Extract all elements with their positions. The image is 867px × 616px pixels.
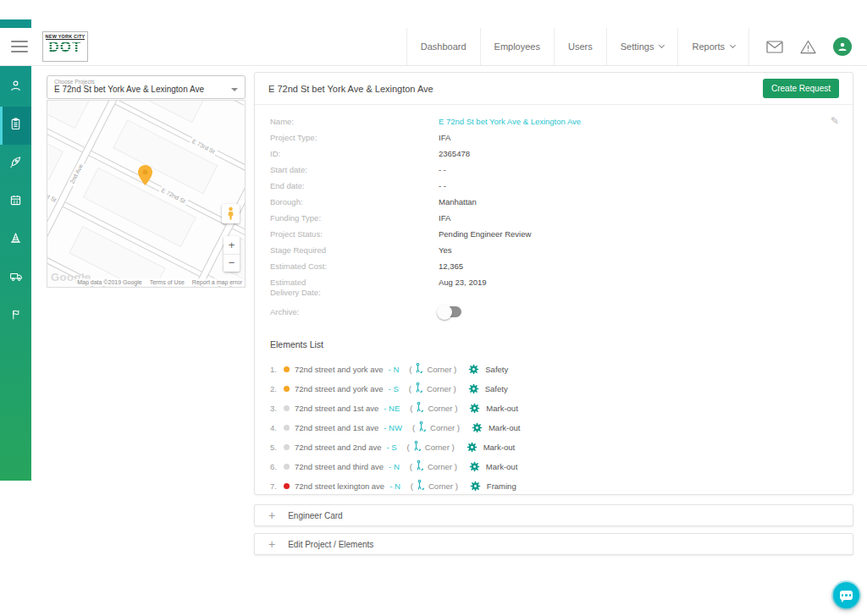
status-dot: [284, 464, 290, 470]
project-detail-card: E 72nd St bet York Ave & Lexington Ave C…: [254, 72, 853, 495]
main-nav: Dashboard Employees Users Settings Repor…: [406, 28, 749, 65]
field-borough: Borough: Manhattan: [270, 197, 837, 207]
element-row-7[interactable]: 7. 72nd street lexington ave - N ( Corne…: [270, 481, 837, 492]
field-project-status: Project Status: Pending Engineer Review: [270, 229, 837, 239]
top-header: NEW YORK CITY DOT Dashboard Employees Us…: [0, 28, 867, 66]
zoom-out-button[interactable]: −: [224, 255, 240, 272]
element-row-3[interactable]: 3. 72nd street and 1st ave - NE ( Corner…: [270, 403, 837, 414]
map-data-text: Map data ©2019 Google: [77, 279, 141, 285]
avatar-icon[interactable]: [833, 37, 852, 56]
left-sidebar: [0, 19, 31, 481]
accordion-engineer-card[interactable]: + Engineer Card: [254, 504, 853, 526]
clipboard-icon: [8, 117, 23, 135]
pedestrian-corner-icon: [416, 460, 424, 473]
gear-icon: [467, 442, 478, 453]
gear-icon: [470, 481, 481, 492]
edit-pencil-icon[interactable]: ✎: [831, 115, 839, 127]
chat-bubble-icon: [840, 591, 853, 600]
nav-users[interactable]: Users: [554, 28, 606, 65]
project-select-label: Choose Projects: [54, 79, 238, 85]
sidebar-item-traffic-cone[interactable]: [0, 221, 31, 259]
alert-icon[interactable]: [800, 40, 816, 54]
chevron-down-icon: [659, 42, 665, 48]
calendar-icon: [8, 193, 23, 211]
map-attribution: Map data ©2019 Google Terms of Use Repor…: [75, 278, 244, 286]
sidebar-item-calendar[interactable]: [0, 183, 31, 221]
sidebar-item-rocket[interactable]: [0, 145, 31, 183]
map-zoom-control: + −: [224, 236, 240, 272]
sidebar-item-truck[interactable]: [0, 259, 31, 297]
map-canvas[interactable]: E 74th St E 73rd St E 72nd St E 71st St …: [47, 100, 246, 288]
truck-icon: [8, 269, 24, 287]
pedestrian-corner-icon: [418, 421, 427, 434]
flag-icon: [9, 308, 23, 325]
element-row-1[interactable]: 1. 72nd street and york ave - N ( Corner…: [270, 364, 837, 375]
field-estimated-cost: Estimated Cost: 12,365: [270, 261, 837, 272]
mail-icon[interactable]: [766, 41, 783, 53]
pegman-control[interactable]: [222, 204, 240, 223]
elements-list: 1. 72nd street and york ave - N ( Corner…: [270, 364, 837, 492]
project-name-link[interactable]: E 72nd St bet York Ave & Lexington Ave: [439, 117, 581, 127]
terms-of-use-link[interactable]: Terms of Use: [150, 279, 185, 285]
logo-text-dot: DOT: [49, 40, 82, 54]
status-dot: [284, 386, 290, 392]
field-id: ID: 2365478: [270, 149, 837, 159]
field-stage-required: Stage Required Yes: [270, 245, 837, 256]
field-funding-type: Funding Type: IFA: [270, 213, 837, 223]
pedestrian-corner-icon: [416, 402, 424, 415]
status-dot: [284, 483, 290, 489]
accordion-edit-project-elements[interactable]: + Edit Project / Elements: [254, 533, 853, 555]
nav-employees[interactable]: Employees: [480, 28, 554, 65]
nav-settings[interactable]: Settings: [606, 28, 678, 65]
gear-icon: [472, 422, 483, 433]
pedestrian-corner-icon: [415, 382, 423, 395]
field-start-date: Start date: - -: [270, 165, 837, 175]
gear-icon: [468, 364, 479, 375]
zoom-in-button[interactable]: +: [224, 236, 240, 255]
field-archive: Archive:: [270, 306, 837, 317]
create-request-button[interactable]: Create Request: [763, 79, 839, 98]
project-title: E 72nd St bet York Ave & Lexington Ave: [268, 84, 763, 94]
nav-dashboard[interactable]: Dashboard: [406, 28, 480, 65]
gear-icon: [469, 461, 480, 472]
page: NEW YORK CITY DOT Dashboard Employees Us…: [0, 0, 867, 616]
chat-bubble-button[interactable]: [833, 582, 859, 608]
gear-icon: [469, 403, 480, 414]
pedestrian-corner-icon: [415, 363, 423, 376]
sidebar-item-person-pin[interactable]: [0, 69, 31, 107]
status-dot: [284, 405, 290, 411]
archive-toggle[interactable]: [439, 306, 461, 317]
pedestrian-corner-icon: [413, 441, 422, 454]
element-row-4[interactable]: 4. 72nd street and 1st ave - NW ( Corner…: [270, 422, 837, 433]
plus-icon: +: [268, 509, 275, 522]
status-dot: [284, 444, 290, 450]
map-marker-pin[interactable]: [138, 165, 152, 189]
status-dot: [284, 366, 290, 372]
person-pin-icon: [8, 79, 23, 96]
nav-reports[interactable]: Reports: [677, 28, 749, 65]
field-estimated-delivery-date: Estimated Delivery Date: Aug 23, 2019: [270, 278, 837, 298]
rocket-icon: [8, 155, 23, 173]
elements-list-title: Elements List: [270, 339, 837, 349]
element-row-6[interactable]: 6. 72nd street and third ave - N ( Corne…: [270, 461, 837, 472]
sidebar-item-flag[interactable]: [0, 297, 31, 335]
plus-icon: +: [268, 537, 275, 551]
report-map-error-link[interactable]: Report a map error: [192, 279, 242, 285]
chevron-down-icon: [730, 42, 736, 48]
menu-toggle-icon[interactable]: [11, 41, 28, 52]
gear-icon: [468, 383, 479, 394]
field-name: Name: E 72nd St bet York Ave & Lexington…: [270, 117, 837, 127]
caret-down-icon: [231, 88, 238, 91]
project-select[interactable]: Choose Projects E 72nd St bet York Ave &…: [47, 75, 246, 99]
project-select-value: E 72nd St bet York Ave & Lexington Ave: [54, 85, 231, 94]
field-end-date: End date: - -: [270, 181, 837, 191]
element-row-5[interactable]: 5. 72nd street and 2nd ave - S ( Corner …: [270, 442, 837, 453]
element-row-2[interactable]: 2. 72nd street and york ave - S ( Corner…: [270, 383, 837, 394]
field-project-type: Project Type: IFA: [270, 133, 837, 143]
status-dot: [284, 425, 290, 431]
traffic-cone-icon: [8, 231, 23, 249]
sidebar-item-projects[interactable]: [0, 107, 31, 145]
nyc-dot-logo[interactable]: NEW YORK CITY DOT: [42, 31, 88, 62]
pedestrian-corner-icon: [417, 480, 425, 492]
